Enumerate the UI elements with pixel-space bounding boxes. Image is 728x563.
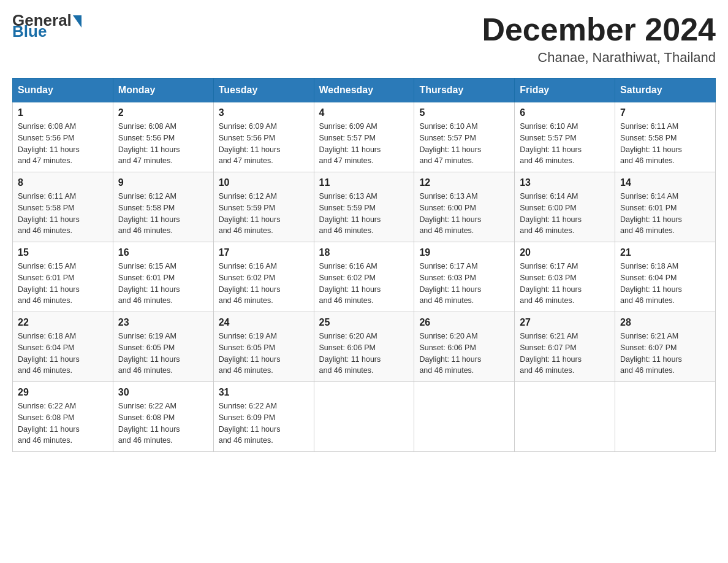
day-number: 13 [520,177,610,188]
day-info: Sunrise: 6:11 AMSunset: 5:58 PMDaylight:… [18,191,108,237]
calendar-cell: 28Sunrise: 6:21 AMSunset: 6:07 PMDayligh… [615,312,716,382]
month-title: December 2024 [482,12,716,47]
location-title: Chanae, Narathiwat, Thailand [482,50,716,66]
calendar-cell: 23Sunrise: 6:19 AMSunset: 6:05 PMDayligh… [113,312,213,382]
day-info: Sunrise: 6:18 AMSunset: 6:04 PMDaylight:… [18,331,108,377]
day-info: Sunrise: 6:16 AMSunset: 6:02 PMDaylight:… [319,261,409,307]
day-info: Sunrise: 6:08 AMSunset: 5:56 PMDaylight:… [18,121,108,167]
day-number: 9 [118,177,208,188]
day-info: Sunrise: 6:21 AMSunset: 6:07 PMDaylight:… [520,331,610,377]
day-info: Sunrise: 6:09 AMSunset: 5:57 PMDaylight:… [319,121,409,167]
day-info: Sunrise: 6:10 AMSunset: 5:57 PMDaylight:… [520,121,610,167]
day-info: Sunrise: 6:17 AMSunset: 6:03 PMDaylight:… [520,261,610,307]
day-number: 2 [118,107,208,118]
weekday-header-friday: Friday [515,79,615,102]
day-number: 6 [520,107,610,118]
day-info: Sunrise: 6:12 AMSunset: 5:58 PMDaylight:… [118,191,208,237]
day-number: 12 [419,177,509,188]
calendar-cell: 6Sunrise: 6:10 AMSunset: 5:57 PMDaylight… [515,102,615,172]
calendar-cell: 9Sunrise: 6:12 AMSunset: 5:58 PMDaylight… [113,172,213,242]
calendar-cell: 22Sunrise: 6:18 AMSunset: 6:04 PMDayligh… [13,312,113,382]
day-number: 7 [620,107,710,118]
day-info: Sunrise: 6:08 AMSunset: 5:56 PMDaylight:… [118,121,208,167]
calendar-cell: 5Sunrise: 6:10 AMSunset: 5:57 PMDaylight… [414,102,515,172]
day-info: Sunrise: 6:13 AMSunset: 5:59 PMDaylight:… [319,191,409,237]
logo-blue-text: Blue [12,22,47,40]
day-info: Sunrise: 6:20 AMSunset: 6:06 PMDaylight:… [319,331,409,377]
weekday-header-tuesday: Tuesday [213,79,314,102]
calendar-cell: 15Sunrise: 6:15 AMSunset: 6:01 PMDayligh… [13,242,113,312]
calendar-cell: 21Sunrise: 6:18 AMSunset: 6:04 PMDayligh… [615,242,716,312]
day-number: 1 [18,107,108,118]
day-info: Sunrise: 6:15 AMSunset: 6:01 PMDaylight:… [118,261,208,307]
calendar-cell: 8Sunrise: 6:11 AMSunset: 5:58 PMDaylight… [13,172,113,242]
calendar-cell: 11Sunrise: 6:13 AMSunset: 5:59 PMDayligh… [314,172,414,242]
day-number: 25 [319,317,409,328]
day-number: 10 [219,177,309,188]
calendar-cell: 31Sunrise: 6:22 AMSunset: 6:09 PMDayligh… [213,382,314,452]
day-info: Sunrise: 6:15 AMSunset: 6:01 PMDaylight:… [18,261,108,307]
calendar-table: SundayMondayTuesdayWednesdayThursdayFrid… [12,78,716,452]
day-info: Sunrise: 6:19 AMSunset: 6:05 PMDaylight:… [118,331,208,377]
day-number: 5 [419,107,509,118]
calendar-cell: 12Sunrise: 6:13 AMSunset: 6:00 PMDayligh… [414,172,515,242]
calendar-cell [615,382,716,452]
day-number: 28 [620,317,710,328]
day-info: Sunrise: 6:20 AMSunset: 6:06 PMDaylight:… [419,331,509,377]
day-info: Sunrise: 6:22 AMSunset: 6:08 PMDaylight:… [18,400,108,446]
calendar-cell: 25Sunrise: 6:20 AMSunset: 6:06 PMDayligh… [314,312,414,382]
calendar-cell: 18Sunrise: 6:16 AMSunset: 6:02 PMDayligh… [314,242,414,312]
calendar-cell: 24Sunrise: 6:19 AMSunset: 6:05 PMDayligh… [213,312,314,382]
calendar-cell: 26Sunrise: 6:20 AMSunset: 6:06 PMDayligh… [414,312,515,382]
day-info: Sunrise: 6:14 AMSunset: 6:00 PMDaylight:… [520,191,610,237]
calendar-cell: 29Sunrise: 6:22 AMSunset: 6:08 PMDayligh… [13,382,113,452]
calendar-cell: 17Sunrise: 6:16 AMSunset: 6:02 PMDayligh… [213,242,314,312]
day-number: 21 [620,247,710,258]
calendar-cell [515,382,615,452]
day-number: 26 [419,317,509,328]
logo-triangle-icon [73,15,82,28]
day-info: Sunrise: 6:16 AMSunset: 6:02 PMDaylight:… [219,261,309,307]
week-row-2: 8Sunrise: 6:11 AMSunset: 5:58 PMDaylight… [13,172,716,242]
calendar-cell: 7Sunrise: 6:11 AMSunset: 5:58 PMDaylight… [615,102,716,172]
calendar-cell: 20Sunrise: 6:17 AMSunset: 6:03 PMDayligh… [515,242,615,312]
weekday-header-thursday: Thursday [414,79,515,102]
day-number: 15 [18,247,108,258]
day-number: 30 [118,387,208,398]
week-row-3: 15Sunrise: 6:15 AMSunset: 6:01 PMDayligh… [13,242,716,312]
page-header: General Blue December 2024 Chanae, Narat… [12,12,716,66]
day-info: Sunrise: 6:18 AMSunset: 6:04 PMDaylight:… [620,261,710,307]
weekday-header-row: SundayMondayTuesdayWednesdayThursdayFrid… [13,79,716,102]
day-number: 24 [219,317,309,328]
day-number: 31 [219,387,309,398]
day-number: 11 [319,177,409,188]
calendar-cell: 10Sunrise: 6:12 AMSunset: 5:59 PMDayligh… [213,172,314,242]
calendar-cell [414,382,515,452]
day-number: 29 [18,387,108,398]
calendar-cell: 16Sunrise: 6:15 AMSunset: 6:01 PMDayligh… [113,242,213,312]
title-section: December 2024 Chanae, Narathiwat, Thaila… [482,12,716,66]
calendar-cell [314,382,414,452]
calendar-cell: 27Sunrise: 6:21 AMSunset: 6:07 PMDayligh… [515,312,615,382]
day-number: 18 [319,247,409,258]
weekday-header-sunday: Sunday [13,79,113,102]
day-info: Sunrise: 6:10 AMSunset: 5:57 PMDaylight:… [419,121,509,167]
calendar-cell: 1Sunrise: 6:08 AMSunset: 5:56 PMDaylight… [13,102,113,172]
day-number: 27 [520,317,610,328]
day-number: 19 [419,247,509,258]
day-number: 4 [319,107,409,118]
calendar-cell: 13Sunrise: 6:14 AMSunset: 6:00 PMDayligh… [515,172,615,242]
day-info: Sunrise: 6:22 AMSunset: 6:09 PMDaylight:… [219,400,309,446]
calendar-cell: 4Sunrise: 6:09 AMSunset: 5:57 PMDaylight… [314,102,414,172]
calendar-cell: 14Sunrise: 6:14 AMSunset: 6:01 PMDayligh… [615,172,716,242]
day-number: 22 [18,317,108,328]
week-row-4: 22Sunrise: 6:18 AMSunset: 6:04 PMDayligh… [13,312,716,382]
day-info: Sunrise: 6:11 AMSunset: 5:58 PMDaylight:… [620,121,710,167]
day-number: 8 [18,177,108,188]
day-info: Sunrise: 6:21 AMSunset: 6:07 PMDaylight:… [620,331,710,377]
day-info: Sunrise: 6:22 AMSunset: 6:08 PMDaylight:… [118,400,208,446]
day-info: Sunrise: 6:19 AMSunset: 6:05 PMDaylight:… [219,331,309,377]
day-number: 14 [620,177,710,188]
day-info: Sunrise: 6:09 AMSunset: 5:56 PMDaylight:… [219,121,309,167]
week-row-5: 29Sunrise: 6:22 AMSunset: 6:08 PMDayligh… [13,382,716,452]
